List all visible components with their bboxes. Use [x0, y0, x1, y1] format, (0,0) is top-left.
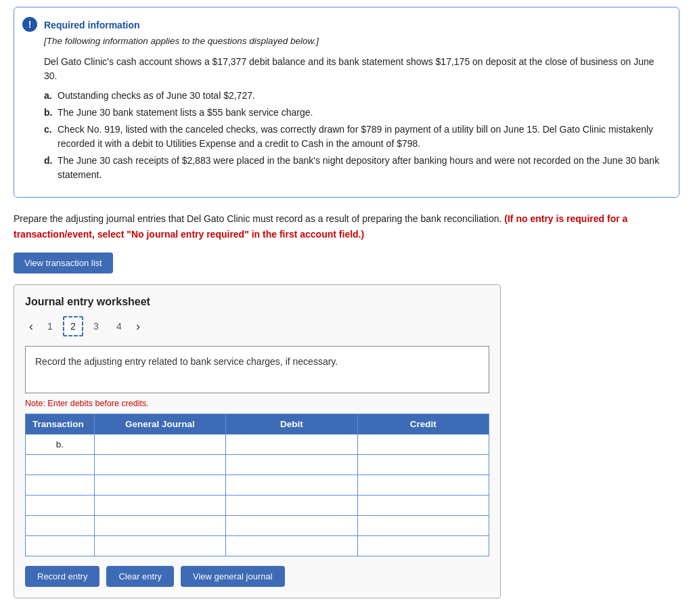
tab-1[interactable]: 1	[40, 316, 60, 336]
credit-input-4[interactable]	[363, 500, 483, 510]
debit-cell-6[interactable]	[226, 536, 357, 556]
tab-4[interactable]: 4	[109, 316, 129, 336]
credit-cell-3[interactable]	[357, 475, 489, 496]
debit-cell-3[interactable]	[226, 475, 357, 496]
journal-table: Transaction General Journal Debit Credit…	[25, 414, 489, 556]
tab-2[interactable]: 2	[63, 316, 83, 336]
info-list: a. Outstanding checks as of June 30 tota…	[44, 89, 665, 182]
credit-cell-4[interactable]	[357, 496, 489, 516]
item-text-c: Check No. 919, listed with the canceled …	[58, 124, 653, 149]
credit-input-1[interactable]	[363, 439, 483, 449]
item-label-c: c.	[44, 123, 52, 137]
debit-cell-1[interactable]	[226, 435, 357, 455]
transaction-cell-6	[26, 536, 95, 556]
table-row	[26, 455, 489, 475]
bottom-buttons: Record entry Clear entry View general jo…	[25, 566, 489, 587]
table-row	[26, 475, 489, 496]
list-item: c. Check No. 919, listed with the cancel…	[44, 123, 665, 151]
instruction-text: Prepare the adjusting journal entries th…	[14, 213, 501, 224]
transaction-cell-3	[26, 475, 95, 496]
general-journal-input-6[interactable]	[100, 541, 220, 551]
general-journal-input-1[interactable]	[100, 439, 220, 449]
tab-3[interactable]: 3	[86, 316, 106, 336]
debit-cell-5[interactable]	[226, 516, 357, 536]
table-row: b.	[26, 435, 489, 455]
note-text: Note: Enter debits before credits.	[25, 399, 489, 408]
general-journal-cell-1[interactable]	[94, 435, 225, 455]
col-header-transaction: Transaction	[26, 414, 95, 435]
debit-input-6[interactable]	[231, 541, 351, 551]
general-journal-input-5[interactable]	[100, 521, 220, 531]
debit-input-1[interactable]	[231, 439, 351, 449]
transaction-cell-1: b.	[26, 435, 95, 455]
general-journal-cell-5[interactable]	[94, 516, 225, 536]
debit-input-4[interactable]	[231, 500, 351, 510]
debit-cell-2[interactable]	[226, 455, 357, 475]
general-journal-input-2[interactable]	[100, 460, 220, 470]
transaction-cell-2	[26, 455, 95, 475]
credit-input-6[interactable]	[363, 541, 483, 551]
description-text: Record the adjusting entry related to ba…	[35, 356, 338, 367]
general-journal-input-4[interactable]	[100, 500, 220, 510]
table-row	[26, 536, 489, 556]
view-transaction-button[interactable]: View transaction list	[14, 252, 113, 273]
table-row	[26, 496, 489, 516]
info-box: ! Required information [The following in…	[14, 7, 679, 198]
table-row	[26, 516, 489, 536]
debit-input-2[interactable]	[231, 460, 351, 470]
info-title: Required information	[44, 20, 665, 30]
tab-navigation: ‹ 1 2 3 4 ›	[25, 316, 489, 336]
transaction-cell-4	[26, 496, 95, 516]
credit-input-3[interactable]	[363, 480, 483, 490]
general-journal-input-3[interactable]	[100, 480, 220, 490]
item-label-d: d.	[44, 154, 52, 168]
transaction-cell-5	[26, 516, 95, 536]
instructions: Prepare the adjusting journal entries th…	[14, 211, 679, 242]
item-text-b: The June 30 bank statement lists a $55 b…	[58, 107, 313, 118]
item-label-a: a.	[44, 89, 52, 103]
credit-cell-5[interactable]	[357, 516, 489, 536]
worksheet-container: Journal entry worksheet ‹ 1 2 3 4 › Reco…	[14, 284, 501, 598]
debit-cell-4[interactable]	[226, 496, 357, 516]
col-header-debit: Debit	[226, 414, 357, 435]
general-journal-cell-4[interactable]	[94, 496, 225, 516]
worksheet-title: Journal entry worksheet	[25, 296, 489, 308]
item-text-d: The June 30 cash receipts of $2,883 were…	[58, 155, 659, 180]
general-journal-cell-2[interactable]	[94, 455, 225, 475]
view-general-journal-button[interactable]: View general journal	[181, 566, 285, 587]
credit-input-5[interactable]	[363, 521, 483, 531]
credit-input-2[interactable]	[363, 460, 483, 470]
item-text-a: Outstanding checks as of June 30 total $…	[58, 90, 255, 101]
list-item: d. The June 30 cash receipts of $2,883 w…	[44, 154, 665, 182]
general-journal-cell-6[interactable]	[94, 536, 225, 556]
credit-cell-2[interactable]	[357, 455, 489, 475]
record-entry-button[interactable]: Record entry	[25, 566, 99, 587]
description-box: Record the adjusting entry related to ba…	[25, 346, 489, 393]
tab-prev-arrow[interactable]: ‹	[25, 320, 37, 334]
list-item: b. The June 30 bank statement lists a $5…	[44, 106, 665, 120]
debit-input-3[interactable]	[231, 480, 351, 490]
tab-next-arrow[interactable]: ›	[132, 320, 144, 334]
col-header-credit: Credit	[357, 414, 489, 435]
debit-input-5[interactable]	[231, 521, 351, 531]
credit-cell-6[interactable]	[357, 536, 489, 556]
info-intro: Del Gato Clinic's cash account shows a $…	[44, 55, 665, 83]
credit-cell-1[interactable]	[357, 435, 489, 455]
info-subtitle: [The following information applies to th…	[44, 35, 665, 48]
info-icon: !	[22, 17, 37, 32]
clear-entry-button[interactable]: Clear entry	[106, 566, 174, 587]
general-journal-cell-3[interactable]	[94, 475, 225, 496]
col-header-general-journal: General Journal	[94, 414, 225, 435]
list-item: a. Outstanding checks as of June 30 tota…	[44, 89, 665, 103]
item-label-b: b.	[44, 106, 52, 120]
